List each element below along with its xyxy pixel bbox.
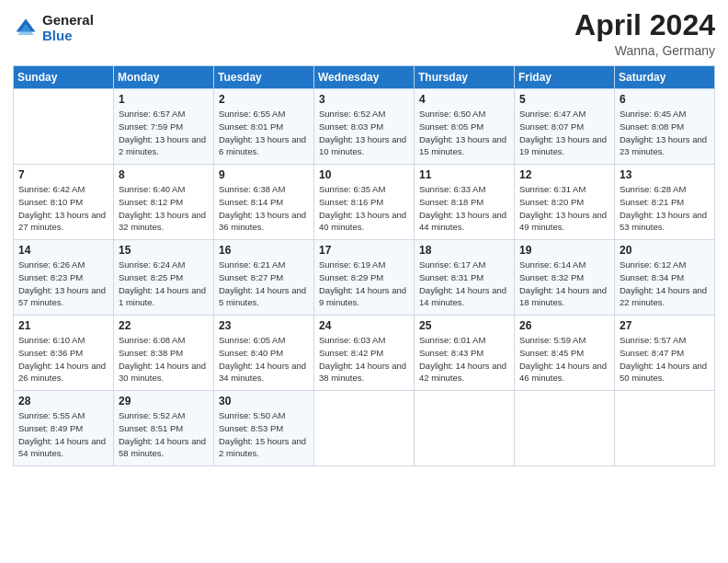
day-number: 24	[319, 319, 409, 332]
day-number: 13	[620, 168, 710, 181]
logo-icon	[13, 16, 39, 41]
day-info: Sunrise: 6:40 AMSunset: 8:12 PMDaylight:…	[119, 184, 206, 232]
day-number: 2	[219, 93, 309, 106]
day-number: 19	[519, 244, 609, 257]
day-cell-3-2: 23Sunrise: 6:05 AMSunset: 8:40 PMDayligh…	[214, 316, 314, 391]
day-cell-0-4: 4Sunrise: 6:50 AMSunset: 8:05 PMDaylight…	[415, 89, 515, 165]
day-cell-0-5: 5Sunrise: 6:47 AMSunset: 8:07 PMDaylight…	[515, 89, 615, 165]
day-number: 4	[419, 93, 509, 106]
logo-general-text: General	[42, 13, 94, 29]
day-cell-2-1: 15Sunrise: 6:24 AMSunset: 8:25 PMDayligh…	[114, 240, 214, 316]
day-info: Sunrise: 6:33 AMSunset: 8:18 PMDaylight:…	[419, 184, 506, 232]
week-row-2: 7Sunrise: 6:42 AMSunset: 8:10 PMDaylight…	[14, 165, 715, 240]
day-cell-4-4	[415, 391, 515, 466]
day-number: 23	[219, 319, 309, 332]
day-cell-2-2: 16Sunrise: 6:21 AMSunset: 8:27 PMDayligh…	[214, 240, 314, 316]
day-number: 25	[419, 319, 509, 332]
header-sunday: Sunday	[14, 66, 114, 89]
day-cell-2-0: 14Sunrise: 6:26 AMSunset: 8:23 PMDayligh…	[14, 240, 114, 316]
day-cell-2-6: 20Sunrise: 6:12 AMSunset: 8:34 PMDayligh…	[615, 240, 715, 316]
day-cell-3-5: 26Sunrise: 5:59 AMSunset: 8:45 PMDayligh…	[515, 316, 615, 391]
day-info: Sunrise: 5:57 AMSunset: 8:47 PMDaylight:…	[620, 335, 707, 383]
header-saturday: Saturday	[615, 66, 715, 89]
day-number: 1	[119, 93, 209, 106]
day-info: Sunrise: 5:55 AMSunset: 8:49 PMDaylight:…	[18, 410, 106, 458]
calendar-table: Sunday Monday Tuesday Wednesday Thursday…	[13, 65, 715, 466]
calendar-page: General Blue April 2024 Wanna, Germany S…	[0, 0, 728, 563]
day-cell-4-1: 29Sunrise: 5:52 AMSunset: 8:51 PMDayligh…	[114, 391, 214, 466]
day-cell-3-4: 25Sunrise: 6:01 AMSunset: 8:43 PMDayligh…	[415, 316, 515, 391]
day-info: Sunrise: 6:14 AMSunset: 8:32 PMDaylight:…	[519, 259, 607, 307]
day-cell-1-2: 9Sunrise: 6:38 AMSunset: 8:14 PMDaylight…	[214, 165, 314, 240]
day-number: 28	[18, 395, 108, 408]
day-info: Sunrise: 5:59 AMSunset: 8:45 PMDaylight:…	[519, 335, 607, 383]
header-friday: Friday	[515, 66, 615, 89]
calendar-title: April 2024	[574, 9, 715, 41]
day-number: 14	[18, 244, 108, 257]
day-number: 5	[519, 93, 609, 106]
day-number: 6	[620, 93, 710, 106]
day-cell-3-0: 21Sunrise: 6:10 AMSunset: 8:36 PMDayligh…	[14, 316, 114, 391]
day-cell-0-1: 1Sunrise: 6:57 AMSunset: 7:59 PMDaylight…	[114, 89, 214, 165]
day-number: 8	[119, 168, 209, 181]
day-cell-4-0: 28Sunrise: 5:55 AMSunset: 8:49 PMDayligh…	[14, 391, 114, 466]
day-cell-4-2: 30Sunrise: 5:50 AMSunset: 8:53 PMDayligh…	[214, 391, 314, 466]
day-cell-2-4: 18Sunrise: 6:17 AMSunset: 8:31 PMDayligh…	[415, 240, 515, 316]
calendar-header-row: Sunday Monday Tuesday Wednesday Thursday…	[14, 66, 715, 89]
day-cell-1-1: 8Sunrise: 6:40 AMSunset: 8:12 PMDaylight…	[114, 165, 214, 240]
day-info: Sunrise: 6:26 AMSunset: 8:23 PMDaylight:…	[18, 259, 106, 307]
day-cell-1-4: 11Sunrise: 6:33 AMSunset: 8:18 PMDayligh…	[415, 165, 515, 240]
day-number: 27	[620, 319, 710, 332]
week-row-3: 14Sunrise: 6:26 AMSunset: 8:23 PMDayligh…	[14, 240, 715, 316]
header-tuesday: Tuesday	[214, 66, 314, 89]
logo: General Blue	[13, 13, 94, 43]
day-cell-4-3	[314, 391, 415, 466]
day-cell-2-5: 19Sunrise: 6:14 AMSunset: 8:32 PMDayligh…	[515, 240, 615, 316]
day-info: Sunrise: 6:10 AMSunset: 8:36 PMDaylight:…	[18, 335, 106, 383]
day-info: Sunrise: 6:28 AMSunset: 8:21 PMDaylight:…	[620, 184, 707, 232]
day-info: Sunrise: 6:17 AMSunset: 8:31 PMDaylight:…	[419, 259, 506, 307]
day-number: 26	[519, 319, 609, 332]
day-number: 29	[119, 395, 209, 408]
day-cell-1-3: 10Sunrise: 6:35 AMSunset: 8:16 PMDayligh…	[314, 165, 415, 240]
day-info: Sunrise: 6:55 AMSunset: 8:01 PMDaylight:…	[219, 109, 306, 156]
day-info: Sunrise: 6:21 AMSunset: 8:27 PMDaylight:…	[219, 259, 306, 307]
day-info: Sunrise: 6:08 AMSunset: 8:38 PMDaylight:…	[119, 335, 206, 383]
day-cell-1-0: 7Sunrise: 6:42 AMSunset: 8:10 PMDaylight…	[14, 165, 114, 240]
day-number: 12	[519, 168, 609, 181]
day-number: 10	[319, 168, 409, 181]
day-cell-4-6	[615, 391, 715, 466]
day-info: Sunrise: 6:45 AMSunset: 8:08 PMDaylight:…	[620, 109, 707, 156]
calendar-subtitle: Wanna, Germany	[574, 43, 715, 58]
week-row-5: 28Sunrise: 5:55 AMSunset: 8:49 PMDayligh…	[14, 391, 715, 466]
day-info: Sunrise: 6:47 AMSunset: 8:07 PMDaylight:…	[519, 109, 607, 156]
day-number: 15	[119, 244, 209, 257]
day-info: Sunrise: 6:38 AMSunset: 8:14 PMDaylight:…	[219, 184, 306, 232]
week-row-4: 21Sunrise: 6:10 AMSunset: 8:36 PMDayligh…	[14, 316, 715, 391]
day-cell-0-2: 2Sunrise: 6:55 AMSunset: 8:01 PMDaylight…	[214, 89, 314, 165]
day-number: 30	[219, 395, 309, 408]
day-number: 18	[419, 244, 509, 257]
day-info: Sunrise: 5:50 AMSunset: 8:53 PMDaylight:…	[219, 410, 306, 458]
day-number: 16	[219, 244, 309, 257]
title-block: April 2024 Wanna, Germany	[574, 9, 715, 58]
day-cell-3-1: 22Sunrise: 6:08 AMSunset: 8:38 PMDayligh…	[114, 316, 214, 391]
day-info: Sunrise: 6:12 AMSunset: 8:34 PMDaylight:…	[620, 259, 707, 307]
day-info: Sunrise: 5:52 AMSunset: 8:51 PMDaylight:…	[119, 410, 206, 458]
day-cell-0-3: 3Sunrise: 6:52 AMSunset: 8:03 PMDaylight…	[314, 89, 415, 165]
day-info: Sunrise: 6:24 AMSunset: 8:25 PMDaylight:…	[119, 259, 206, 307]
day-cell-1-5: 12Sunrise: 6:31 AMSunset: 8:20 PMDayligh…	[515, 165, 615, 240]
day-number: 21	[18, 319, 108, 332]
day-info: Sunrise: 6:50 AMSunset: 8:05 PMDaylight:…	[419, 109, 506, 156]
day-cell-0-0	[14, 89, 114, 165]
day-number: 3	[319, 93, 409, 106]
day-number: 11	[419, 168, 509, 181]
day-cell-4-5	[515, 391, 615, 466]
header: General Blue April 2024 Wanna, Germany	[13, 9, 715, 58]
day-number: 7	[18, 168, 108, 181]
day-info: Sunrise: 6:57 AMSunset: 7:59 PMDaylight:…	[119, 109, 206, 156]
logo-blue-text: Blue	[42, 29, 94, 44]
day-info: Sunrise: 6:42 AMSunset: 8:10 PMDaylight:…	[18, 184, 106, 232]
day-info: Sunrise: 6:01 AMSunset: 8:43 PMDaylight:…	[419, 335, 506, 383]
day-info: Sunrise: 6:35 AMSunset: 8:16 PMDaylight:…	[319, 184, 406, 232]
